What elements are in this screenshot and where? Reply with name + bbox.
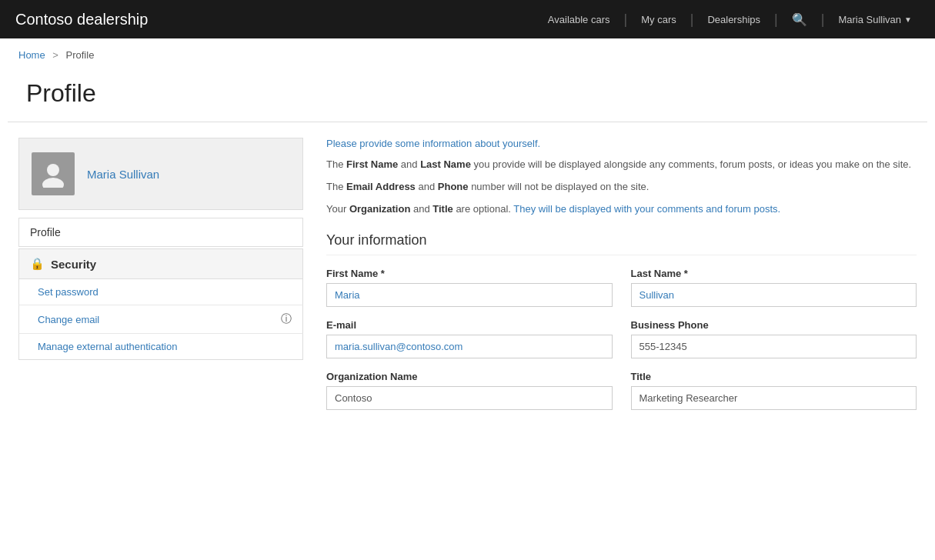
org-label: Organization Name <box>326 371 613 382</box>
form-group-firstname: First Name * <box>326 268 613 307</box>
set-password-label: Set password <box>38 286 99 298</box>
sidebar-security-header: 🔒 Security <box>18 248 303 279</box>
avatar-icon <box>39 160 67 188</box>
user-name-label: Maria Sullivan <box>838 14 901 25</box>
sidebar-user-name: Maria Sullivan <box>87 168 159 181</box>
bold-last-name: Last Name <box>420 158 471 170</box>
sidebar-item-profile[interactable]: Profile <box>18 218 303 247</box>
breadcrumb: Home > Profile <box>0 38 935 72</box>
optional-display-note: They will be displayed with your comment… <box>513 203 780 215</box>
last-name-input[interactable] <box>631 283 917 307</box>
brand-title: Contoso dealership <box>15 11 534 28</box>
desc-email: The Email Address and Phone number will … <box>326 179 917 195</box>
form-row-contact: E-mail Business Phone <box>326 319 917 358</box>
sidebar: Maria Sullivan Profile 🔒 Security Set pa… <box>18 138 303 422</box>
form-row-org: Organization Name Title <box>326 371 917 410</box>
bold-email: Email Address <box>346 181 416 192</box>
search-icon[interactable]: 🔍 <box>778 12 821 27</box>
first-name-label: First Name * <box>326 268 613 279</box>
change-email-label: Change email <box>38 314 99 325</box>
info-text: Please provide some information about yo… <box>326 138 917 149</box>
topnav: Contoso dealership Available cars | My c… <box>0 0 935 38</box>
title-label: Title <box>631 371 917 382</box>
form-group-title: Title <box>631 371 917 410</box>
org-input[interactable] <box>326 386 613 410</box>
desc-names: The First Name and Last Name you provide… <box>326 157 917 173</box>
form-group-lastname: Last Name * <box>631 268 917 307</box>
breadcrumb-home[interactable]: Home <box>18 49 45 61</box>
manage-auth-label: Manage external authentication <box>38 341 177 352</box>
bold-phone: Phone <box>438 181 469 192</box>
form-group-phone: Business Phone <box>631 319 917 358</box>
desc-optional: Your Organization and Title are optional… <box>326 202 917 218</box>
form-row-name: First Name * Last Name * <box>326 268 917 307</box>
email-label: E-mail <box>326 319 613 331</box>
first-name-input[interactable] <box>326 283 613 307</box>
form-group-org: Organization Name <box>326 371 613 410</box>
phone-input[interactable] <box>631 335 917 358</box>
page-title-section: Profile <box>8 72 927 122</box>
lock-icon: 🔒 <box>30 257 45 271</box>
content-area: Maria Sullivan Profile 🔒 Security Set pa… <box>0 122 935 438</box>
title-input[interactable] <box>631 386 917 410</box>
profile-nav-label: Profile <box>30 226 61 238</box>
main-content: Please provide some information about yo… <box>326 138 917 422</box>
sidebar-item-set-password[interactable]: Set password <box>18 279 303 305</box>
user-menu[interactable]: Maria Sullivan ▼ <box>824 14 920 25</box>
breadcrumb-separator: > <box>52 49 58 61</box>
breadcrumb-current: Profile <box>66 49 95 61</box>
phone-label: Business Phone <box>631 319 917 331</box>
last-name-label: Last Name * <box>631 268 917 279</box>
security-header-label: Security <box>51 258 96 271</box>
chevron-down-icon: ▼ <box>904 15 912 24</box>
nav-links: Available cars | My cars | Dealerships |… <box>534 0 920 38</box>
avatar <box>32 152 75 195</box>
bold-org: Organization <box>349 203 410 215</box>
bold-title: Title <box>432 203 453 215</box>
page-title: Profile <box>26 79 909 108</box>
nav-my-cars[interactable]: My cars <box>627 14 690 25</box>
email-input[interactable] <box>326 335 613 358</box>
svg-point-0 <box>47 164 59 176</box>
nav-available-cars[interactable]: Available cars <box>534 14 624 25</box>
form-group-email: E-mail <box>326 319 613 358</box>
user-card: Maria Sullivan <box>18 138 303 210</box>
your-information-heading: Your information <box>326 232 917 255</box>
bold-first-name: First Name <box>346 158 398 170</box>
nav-dealerships[interactable]: Dealerships <box>693 14 774 25</box>
sidebar-item-manage-auth[interactable]: Manage external authentication <box>18 334 303 360</box>
info-icon: ⓘ <box>281 312 292 326</box>
sidebar-item-change-email[interactable]: Change email ⓘ <box>18 305 303 334</box>
svg-point-1 <box>42 178 64 188</box>
